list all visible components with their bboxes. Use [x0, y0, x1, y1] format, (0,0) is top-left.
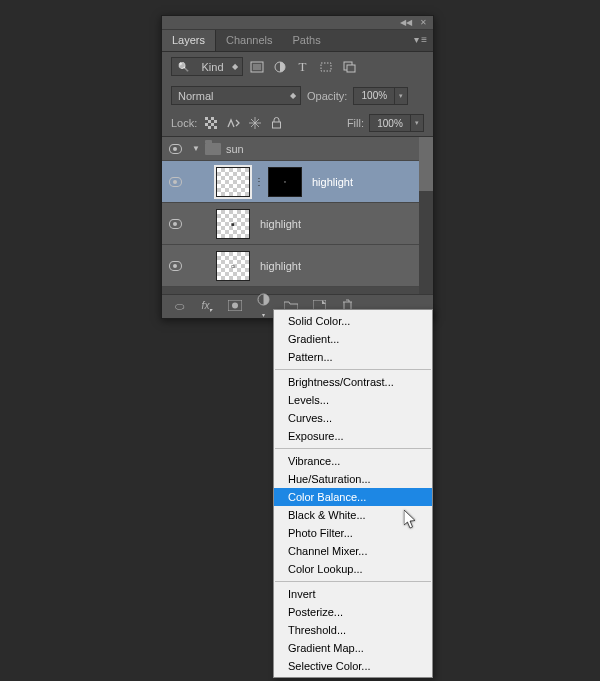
svg-point-11 — [232, 303, 238, 309]
tab-layers[interactable]: Layers — [162, 30, 216, 51]
filter-kind-dropdown[interactable]: Kind ◆ — [171, 57, 243, 76]
menu-item[interactable]: Exposure... — [274, 427, 432, 445]
adjustment-layer-icon[interactable]: ▾ — [256, 293, 270, 320]
menu-item[interactable]: Channel Mixer... — [274, 542, 432, 560]
visibility-icon[interactable] — [169, 219, 182, 229]
menu-item[interactable]: Curves... — [274, 409, 432, 427]
menu-separator — [275, 448, 431, 449]
close-icon[interactable]: ✕ — [420, 18, 427, 27]
svg-rect-1 — [253, 64, 261, 70]
fill-label: Fill: — [347, 117, 364, 129]
opacity-value[interactable]: 100% — [353, 87, 395, 105]
collapse-icon[interactable]: ◀◀ — [400, 18, 412, 27]
svg-rect-3 — [321, 63, 331, 71]
menu-item[interactable]: Color Balance... — [274, 488, 432, 506]
menu-item[interactable]: Threshold... — [274, 621, 432, 639]
layer-name[interactable]: highlight — [260, 260, 301, 272]
layer-name[interactable]: highlight — [260, 218, 301, 230]
layer-row[interactable]: ⋮ ▫ highlight — [162, 161, 433, 203]
group-name[interactable]: sun — [226, 143, 244, 155]
filter-shape-icon[interactable] — [318, 60, 333, 73]
fx-icon[interactable]: fx▾ — [200, 300, 214, 313]
panel-menu-icon[interactable] — [414, 34, 427, 45]
folder-icon — [205, 143, 221, 155]
menu-item[interactable]: Color Lookup... — [274, 560, 432, 578]
layer-thumbnail[interactable] — [216, 167, 250, 197]
disclosure-icon[interactable]: ▼ — [192, 144, 200, 153]
filter-icons: T — [249, 60, 356, 73]
menu-separator — [275, 369, 431, 370]
lock-all-icon[interactable] — [268, 115, 285, 132]
layers-list: ▼ sun ⋮ ▫ highlight ▪ highlight — [162, 136, 433, 294]
svg-rect-5 — [347, 65, 355, 72]
filter-pixel-icon[interactable] — [249, 60, 264, 73]
lock-row: Lock: Fill: 100% ▾ — [162, 110, 433, 136]
menu-separator — [275, 581, 431, 582]
opacity-slider-icon[interactable]: ▾ — [395, 87, 408, 105]
filter-row: Kind ◆ T — [162, 52, 433, 81]
visibility-icon[interactable] — [169, 261, 182, 271]
blend-row: Normal ◆ Opacity: 100% ▾ — [162, 81, 433, 110]
scrollbar-thumb[interactable] — [419, 137, 433, 191]
menu-item[interactable]: Pattern... — [274, 348, 432, 366]
layer-group-row[interactable]: ▼ sun — [162, 137, 433, 161]
filter-type-icon[interactable]: T — [295, 60, 310, 73]
fill-value[interactable]: 100% — [369, 114, 411, 132]
lock-label: Lock: — [171, 117, 197, 129]
blend-mode-dropdown[interactable]: Normal ◆ — [171, 86, 301, 105]
adjustment-layer-menu: Solid Color...Gradient...Pattern...Brigh… — [273, 309, 433, 678]
fill-slider-icon[interactable]: ▾ — [411, 114, 424, 132]
mask-icon[interactable] — [228, 300, 242, 313]
filter-kind-label: Kind — [201, 61, 223, 73]
visibility-icon[interactable] — [169, 177, 182, 187]
filter-smart-icon[interactable] — [341, 60, 356, 73]
layer-thumbnail[interactable]: ▪ — [216, 209, 250, 239]
layer-row[interactable]: ▪ highlight — [162, 203, 433, 245]
svg-rect-9 — [273, 122, 281, 128]
chevron-icon: ◆ — [232, 62, 238, 71]
menu-item[interactable]: Brightness/Contrast... — [274, 373, 432, 391]
tab-channels[interactable]: Channels — [216, 30, 282, 51]
layer-thumbnail[interactable]: ▫ — [216, 251, 250, 281]
menu-item[interactable]: Invert — [274, 585, 432, 603]
link-layers-icon[interactable]: ⬭ — [172, 300, 186, 313]
menu-item[interactable]: Gradient Map... — [274, 639, 432, 657]
mask-thumbnail[interactable]: ▫ — [268, 167, 302, 197]
layer-row[interactable]: ▫ highlight — [162, 245, 433, 287]
blend-mode-label: Normal — [178, 90, 213, 102]
visibility-icon[interactable] — [169, 144, 182, 154]
lock-pixels-icon[interactable] — [224, 115, 241, 132]
layer-name[interactable]: highlight — [312, 176, 353, 188]
mask-link-icon[interactable]: ⋮ — [254, 176, 264, 187]
lock-position-icon[interactable] — [246, 115, 263, 132]
layers-panel: ◀◀ ✕ Layers Channels Paths Kind ◆ T Norm… — [161, 15, 434, 319]
chevron-icon: ◆ — [290, 91, 296, 100]
opacity-label: Opacity: — [307, 90, 347, 102]
scrollbar[interactable] — [419, 137, 433, 294]
menu-item[interactable]: Solid Color... — [274, 312, 432, 330]
lock-transparency-icon[interactable] — [202, 115, 219, 132]
menu-item[interactable]: Posterize... — [274, 603, 432, 621]
menu-item[interactable]: Hue/Saturation... — [274, 470, 432, 488]
menu-item[interactable]: Selective Color... — [274, 657, 432, 675]
tab-paths[interactable]: Paths — [283, 30, 331, 51]
svg-rect-6 — [205, 117, 217, 129]
menu-item[interactable]: Levels... — [274, 391, 432, 409]
menu-item[interactable]: Vibrance... — [274, 452, 432, 470]
filter-adjustment-icon[interactable] — [272, 60, 287, 73]
panel-tabs: Layers Channels Paths — [162, 30, 433, 52]
mouse-cursor — [404, 510, 418, 530]
panel-topbar: ◀◀ ✕ — [162, 16, 433, 30]
menu-item[interactable]: Gradient... — [274, 330, 432, 348]
